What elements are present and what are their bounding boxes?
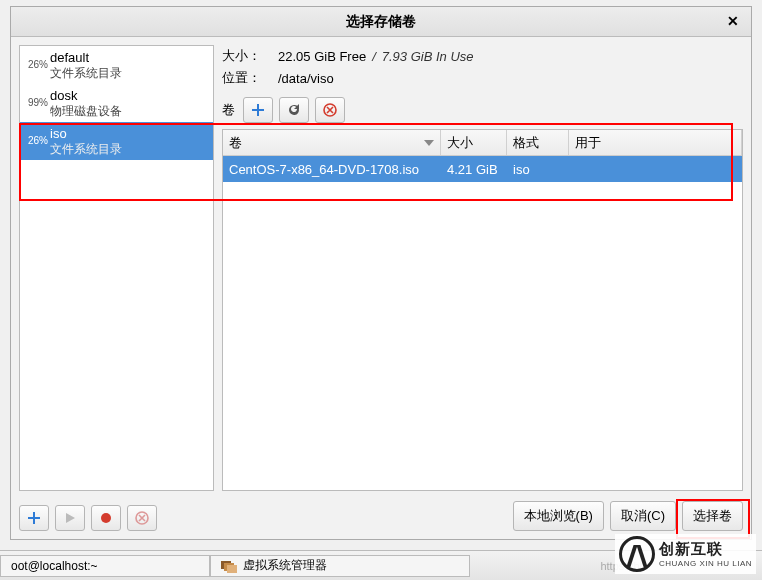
free-space: 22.05 GiB Free [278,49,366,64]
stop-pool-button[interactable] [91,505,121,531]
choose-volume-button[interactable]: 选择卷 [682,501,743,531]
col-size[interactable]: 大小 [441,130,507,155]
cell-volume-name: CentOS-7-x86_64-DVD-1708.iso [223,162,441,177]
pool-usage-pct: 26% [24,59,48,70]
svg-point-1 [101,513,111,523]
inuse-sep: / [372,49,376,64]
pool-iso[interactable]: 26% iso 文件系统目录 [20,122,213,160]
taskbar-terminal-label: oot@localhost:~ [11,559,98,573]
volume-toolbar: 卷 [222,97,743,123]
pool-name: iso [50,126,122,142]
pool-usage-pct: 99% [24,97,48,108]
play-icon [64,512,76,524]
pool-usage-pct: 26% [24,135,48,146]
upper-area: 26% default 文件系统目录 99% dosk 物理磁盘设备 26% [19,45,743,491]
cell-size: 4.21 GiB [441,162,507,177]
plus-icon [27,511,41,525]
delete-icon [135,511,149,525]
storage-pool-list: 26% default 文件系统目录 99% dosk 物理磁盘设备 26% [19,45,214,491]
refresh-volume-button[interactable] [279,97,309,123]
pool-type: 文件系统目录 [50,66,122,80]
add-volume-button[interactable] [243,97,273,123]
pool-dosk[interactable]: 99% dosk 物理磁盘设备 [20,84,213,122]
taskbar-terminal[interactable]: oot@localhost:~ [0,555,210,577]
pool-default[interactable]: 26% default 文件系统目录 [20,46,213,84]
volume-toolbar-label: 卷 [222,101,235,119]
in-use-space: 7.93 GiB In Use [382,49,474,64]
add-pool-button[interactable] [19,505,49,531]
col-format[interactable]: 格式 [507,130,569,155]
pool-name: dosk [50,88,122,104]
pool-name: default [50,50,122,66]
window-title: 选择存储卷 [346,13,416,31]
record-icon [100,512,112,524]
storage-volume-dialog: 选择存储卷 ✕ 26% default 文件系统目录 99% dosk [10,6,752,540]
delete-icon [323,103,337,117]
virt-manager-icon [221,559,237,573]
col-volume[interactable]: 卷 [223,130,441,155]
footer-buttons: 本地浏览(B) 取消(C) 选择卷 [513,501,743,531]
right-pane: 大小： 22.05 GiB Free / 7.93 GiB In Use 位置：… [222,45,743,491]
pool-type: 文件系统目录 [50,142,122,156]
watermark-logo-icon [619,536,655,572]
pool-type: 物理磁盘设备 [50,104,122,118]
watermark-en: CHUANG XIN HU LIAN [659,559,752,568]
svg-rect-5 [227,565,237,573]
pool-toolbar [19,505,157,531]
delete-volume-button[interactable] [315,97,345,123]
taskbar-vmm-label: 虚拟系统管理器 [243,557,327,574]
dialog-body: 26% default 文件系统目录 99% dosk 物理磁盘设备 26% [11,37,751,539]
volume-table: 卷 大小 格式 用于 CentOS-7-x86_64-DVD-1708.iso … [222,129,743,491]
browse-local-button[interactable]: 本地浏览(B) [513,501,604,531]
start-pool-button[interactable] [55,505,85,531]
col-used-by[interactable]: 用于 [569,130,742,155]
table-row[interactable]: CentOS-7-x86_64-DVD-1708.iso 4.21 GiB is… [223,156,742,182]
location-label: 位置： [222,69,270,87]
watermark: 创新互联 CHUANG XIN HU LIAN [615,534,756,574]
taskbar-virt-manager[interactable]: 虚拟系统管理器 [210,555,470,577]
close-icon[interactable]: ✕ [723,11,743,31]
size-label: 大小： [222,47,270,65]
delete-pool-button[interactable] [127,505,157,531]
location-value: /data/viso [278,71,334,86]
size-info: 大小： 22.05 GiB Free / 7.93 GiB In Use [222,45,743,67]
refresh-icon [287,103,301,117]
titlebar[interactable]: 选择存储卷 ✕ [11,7,751,37]
cancel-button[interactable]: 取消(C) [610,501,676,531]
plus-icon [251,103,265,117]
location-info: 位置： /data/viso [222,67,743,89]
lower-area: 本地浏览(B) 取消(C) 选择卷 [19,497,743,531]
watermark-cn: 创新互联 [659,540,752,559]
cell-format: iso [507,162,569,177]
table-header: 卷 大小 格式 用于 [223,130,742,156]
